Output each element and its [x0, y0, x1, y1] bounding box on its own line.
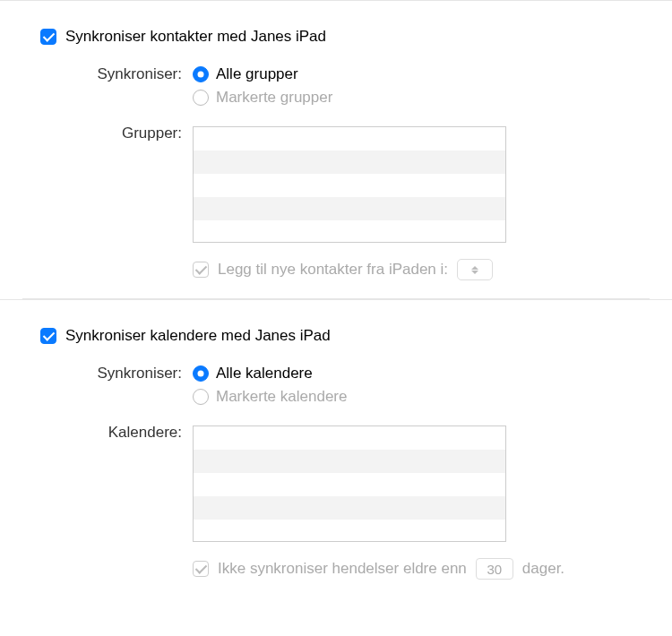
all-groups-row[interactable]: Alle grupper	[193, 65, 632, 83]
contacts-header: Synkroniser kontakter med Janes iPad	[40, 28, 632, 46]
add-new-contacts-dropdown[interactable]	[457, 259, 493, 280]
list-item	[194, 127, 505, 150]
calendars-sync-options: Alle kalendere Markerte kalendere	[193, 365, 632, 406]
contacts-sync-options: Alle grupper Markerte grupper	[193, 65, 632, 107]
add-new-contacts-checkbox[interactable]	[193, 262, 209, 278]
days-input[interactable]: 30	[476, 558, 513, 580]
list-item	[194, 496, 505, 520]
groups-label: Grupper:	[40, 125, 193, 142]
selected-calendars-radio[interactable]	[193, 389, 209, 405]
list-item	[194, 450, 505, 473]
groups-content	[193, 125, 632, 243]
list-item	[194, 473, 505, 496]
selected-groups-radio[interactable]	[193, 90, 209, 106]
calendars-panel: Synkroniser kalendere med Janes iPad Syn…	[0, 299, 672, 597]
list-item	[194, 220, 505, 243]
dont-sync-events-row: Ikke synkroniser hendelser eldre enn 30 …	[193, 558, 632, 580]
all-groups-radio[interactable]	[193, 66, 209, 82]
sync-calendars-checkbox[interactable]	[40, 328, 56, 344]
selected-calendars-label: Markerte kalendere	[216, 388, 347, 406]
all-calendars-row[interactable]: Alle kalendere	[193, 365, 632, 382]
all-groups-label: Alle grupper	[216, 65, 298, 83]
list-item	[194, 150, 505, 174]
calendars-listbox[interactable]	[193, 425, 506, 542]
sync-calendars-title: Synkroniser kalendere med Janes iPad	[65, 327, 331, 345]
calendars-sync-row: Synkroniser: Alle kalendere Markerte kal…	[40, 365, 632, 406]
dont-sync-events-label: Ikke synkroniser hendelser eldre enn	[218, 560, 467, 578]
dont-sync-events-checkbox[interactable]	[193, 561, 209, 577]
selected-calendars-row[interactable]: Markerte kalendere	[193, 388, 632, 406]
selected-groups-row[interactable]: Markerte grupper	[193, 89, 632, 107]
all-calendars-radio[interactable]	[193, 365, 209, 382]
add-new-contacts-row: Legg til nye kontakter fra iPaden i:	[193, 259, 632, 280]
calendars-label: Kalendere:	[40, 424, 193, 442]
contacts-sync-row: Synkroniser: Alle grupper Markerte grupp…	[40, 65, 632, 107]
dropdown-arrows-icon	[471, 266, 478, 274]
list-item	[194, 426, 505, 450]
days-suffix: dager.	[522, 560, 564, 578]
calendars-header: Synkroniser kalendere med Janes iPad	[40, 327, 632, 345]
add-new-contacts-label: Legg til nye kontakter fra iPaden i:	[218, 261, 448, 279]
sync-contacts-checkbox[interactable]	[40, 29, 56, 45]
selected-groups-label: Markerte grupper	[216, 89, 332, 107]
groups-listbox[interactable]	[193, 126, 506, 243]
list-item	[194, 174, 505, 197]
groups-row: Grupper:	[40, 125, 632, 243]
contacts-panel: Synkroniser kontakter med Janes iPad Syn…	[0, 0, 672, 298]
list-item	[194, 197, 505, 220]
all-calendars-label: Alle kalendere	[216, 365, 313, 382]
calendars-sync-label: Synkroniser:	[40, 365, 193, 382]
sync-contacts-title: Synkroniser kontakter med Janes iPad	[65, 28, 326, 46]
list-item	[194, 520, 505, 542]
contacts-sync-label: Synkroniser:	[40, 65, 193, 83]
calendars-content	[193, 424, 632, 542]
calendars-list-row: Kalendere:	[40, 424, 632, 542]
